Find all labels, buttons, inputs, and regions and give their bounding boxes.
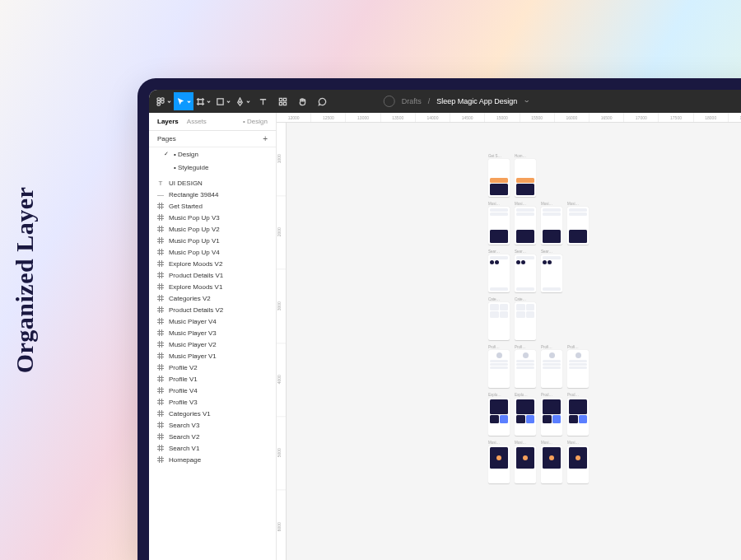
ruler-tick: 13000 [346,113,380,122]
drafts-label[interactable]: Drafts [402,97,422,105]
layer-row[interactable]: TUI DESIGN [149,177,276,189]
artboard[interactable]: Hom… [515,154,536,197]
page-item[interactable]: • Styleguide [149,161,276,174]
artboard[interactable]: Profi… [541,345,562,388]
ruler-tick: 18000 [694,113,729,122]
layer-name: Profile V4 [169,387,198,394]
ruler-tick: 1000 [277,123,286,196]
artboard-label: Profi… [515,345,536,349]
layer-row[interactable]: Music Player V4 [149,315,276,327]
layer-row[interactable]: Music Player V1 [149,350,276,362]
layer-row[interactable]: Music Pop Up V1 [149,235,276,246]
artboard[interactable]: Cate… [488,297,510,340]
resources-button[interactable] [273,92,292,110]
artboard-label: Musi… [515,441,536,445]
layer-name: Profile V2 [169,364,198,371]
artboard[interactable]: Sear… [488,250,510,292]
layer-row[interactable]: Profile V1 [149,373,276,385]
layer-row[interactable]: Homepage [149,454,276,465]
page-name: • Design [174,151,198,158]
artboard-label: Musi… [567,441,589,445]
layer-row[interactable]: Profile V4 [149,385,276,396]
artboard[interactable]: Profi… [488,345,510,388]
layer-name: Profile V3 [169,399,198,406]
artboard-thumbnail [515,254,536,292]
frame-tool-button[interactable] [193,92,213,110]
artboard[interactable]: Musi… [541,441,562,483]
layer-row[interactable]: Search V3 [149,419,276,431]
artboard[interactable]: Sear… [515,250,536,292]
artboard[interactable]: Musi… [515,202,536,245]
layer-row[interactable]: Get Started [149,200,276,212]
frame-icon [157,387,164,394]
layer-row[interactable]: Music Pop Up V4 [149,246,276,258]
add-page-button[interactable]: + [263,135,268,143]
ruler-tick: 16000 [555,113,590,122]
cursor-icon [176,97,185,106]
layer-row[interactable]: Product Details V1 [149,269,276,281]
artboard[interactable]: Prod… [567,393,589,436]
ruler-tick: 15500 [520,113,555,122]
tab-layers[interactable]: Layers [157,118,179,125]
svg-rect-0 [157,97,161,100]
artboard[interactable]: Musi… [541,202,562,245]
artboard-thumbnail [488,302,510,340]
artboard-label: Hom… [515,154,536,158]
artboard[interactable]: Profi… [515,345,536,388]
frame-icon [157,249,164,255]
vertical-ruler: 100020003000400050006000 [277,123,287,560]
layer-row[interactable]: Music Player V3 [149,327,276,338]
layer-row[interactable]: Profile V2 [149,362,276,373]
user-avatar-icon[interactable] [384,96,395,107]
canvas[interactable]: Get S…Hom…Musi…Musi…Musi…Musi…Sear…Sear…… [287,123,741,560]
artboard[interactable]: Musi… [567,202,589,245]
pen-tool-button[interactable] [233,92,253,110]
artboard[interactable]: Cate… [515,297,536,340]
rectangle-tool-button[interactable] [213,92,233,110]
layer-row[interactable]: Music Pop Up V3 [149,212,276,223]
artboard[interactable]: Prod… [541,393,562,436]
artboard[interactable]: Explo… [515,393,536,436]
layer-row[interactable]: Categories V2 [149,292,276,304]
layer-row[interactable]: Explore Moods V1 [149,281,276,292]
artboard-thumbnail [488,159,510,197]
frame-icon [157,226,164,232]
pages-list: ✓• Design• Styleguide [149,147,276,174]
chevron-down-icon[interactable] [524,99,529,104]
main-menu-button[interactable] [154,92,174,110]
artboard[interactable]: Sear… [541,250,562,292]
layer-row[interactable]: Categories V1 [149,408,276,419]
layer-row[interactable]: Music Pop Up V2 [149,223,276,235]
artboard-label: Musi… [488,202,510,206]
move-tool-button[interactable] [174,92,193,110]
layer-row[interactable]: Search V2 [149,431,276,442]
artboard-label: Sear… [515,250,536,254]
frame-icon [157,318,164,324]
artboard[interactable]: Musi… [488,441,510,483]
text-icon [259,97,268,106]
artboard-thumbnail [515,159,536,197]
frame-icon [157,445,164,451]
layer-row[interactable]: Profile V3 [149,396,276,408]
artboard[interactable]: Musi… [488,202,510,245]
artboard[interactable]: Profi… [567,345,589,388]
file-name[interactable]: Sleep Magic App Design [436,97,517,105]
layer-name: Get Started [169,203,203,210]
svg-rect-8 [283,98,286,100]
comment-tool-button[interactable] [312,92,332,110]
tab-assets[interactable]: Assets [187,118,207,125]
layer-row[interactable]: Music Player V2 [149,338,276,350]
artboard[interactable]: Explo… [488,393,510,436]
layer-row[interactable]: —Rectangle 39844 [149,189,276,200]
page-indicator[interactable]: • Design [243,118,268,125]
text-tool-button[interactable] [253,92,273,110]
page-item[interactable]: ✓• Design [149,147,276,161]
artboard[interactable]: Musi… [515,441,536,483]
layer-row[interactable]: Explore Moods V2 [149,258,276,269]
layer-row[interactable]: Search V1 [149,442,276,454]
layer-row[interactable]: Product Details V2 [149,304,276,315]
artboard[interactable]: Musi… [567,441,589,483]
hand-tool-button[interactable] [292,92,312,110]
artboard[interactable]: Get S… [488,154,510,197]
layer-name: Profile V1 [169,376,198,383]
